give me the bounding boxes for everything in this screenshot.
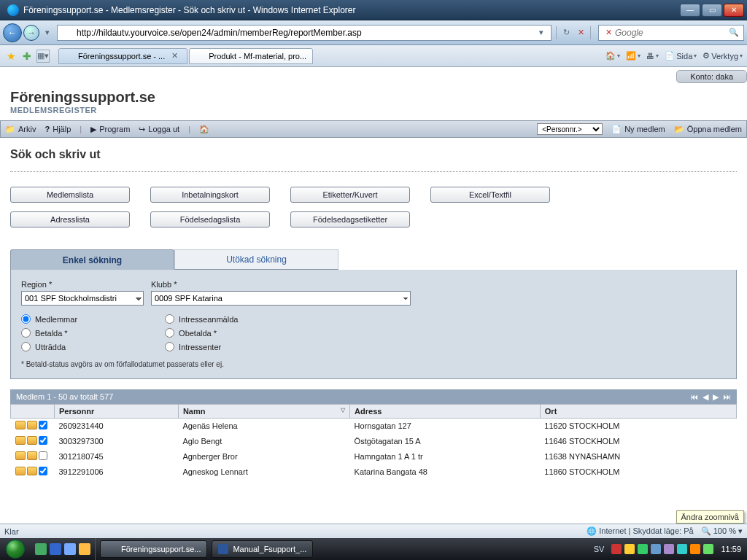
search-provider-icon[interactable]: ✕ <box>602 26 615 39</box>
browser-tab[interactable]: Produkt - Mf-material, pro... <box>189 48 313 64</box>
history-dropdown-icon[interactable]: ▾ <box>41 26 54 39</box>
region-select[interactable]: 001 SPF Stockholmsdistri <box>21 291 144 306</box>
page-last-icon[interactable]: ⏭ <box>723 392 731 402</box>
search-field-select[interactable]: <Personnr.> <box>537 123 603 135</box>
folder-icon[interactable] <box>27 436 37 445</box>
btn-medlemslista[interactable]: Medlemslista <box>10 187 130 203</box>
row-checkbox[interactable] <box>39 467 47 475</box>
btn-fodelsedagsetiketter[interactable]: Födelsedagsetiketter <box>290 211 410 228</box>
klubb-select[interactable]: 0009 SPF Katarina <box>151 291 411 306</box>
clock[interactable]: 11:59 <box>721 545 741 553</box>
address-dropdown-icon[interactable]: ▾ <box>535 26 548 39</box>
tab-close-icon[interactable]: ✕ <box>168 50 181 63</box>
tools-menu[interactable]: ⚙Verktyg▾ <box>703 51 743 61</box>
search-input[interactable] <box>615 28 727 38</box>
folder-icon[interactable] <box>15 436 26 445</box>
minimize-button[interactable]: — <box>680 4 700 17</box>
col-ort[interactable]: Ort <box>540 405 736 419</box>
add-favorite-icon[interactable]: ✚ <box>20 50 34 63</box>
search-box[interactable]: ✕ 🔍 <box>598 25 744 41</box>
forward-button[interactable]: → <box>23 25 39 41</box>
task-word[interactable]: Manual_Fsupport_... <box>212 540 313 558</box>
quick-tabs-icon[interactable]: ▦▾ <box>36 50 50 63</box>
print-button[interactable]: 🖶▾ <box>646 52 659 61</box>
refresh-button[interactable]: ↻ <box>560 26 573 39</box>
back-button[interactable]: ← <box>3 23 22 42</box>
cell-adress: Katarina Bangata 48 <box>350 464 541 480</box>
table-row[interactable]: 2609231440 Agenäs Helena Hornsgatan 127 … <box>11 419 737 434</box>
tray-icon[interactable] <box>703 544 713 554</box>
results-table: Personnr Namn Adress Ort 2609231440 Agen… <box>10 404 737 480</box>
lang-indicator[interactable]: SV <box>594 545 605 553</box>
page-prev-icon[interactable]: ◀ <box>703 392 708 402</box>
address-bar[interactable]: ▾ <box>57 25 551 41</box>
row-checkbox[interactable] <box>39 436 47 445</box>
window-titlebar: Föreningssupport.se - Medlemsregister - … <box>0 0 747 20</box>
menu-open-member[interactable]: 📂 Öppna medlem <box>674 125 742 134</box>
home-button[interactable]: 🏠▾ <box>605 51 620 61</box>
tray-icon[interactable] <box>690 544 700 554</box>
page-icon <box>61 27 72 39</box>
radio-betalda[interactable]: Betalda * <box>21 328 77 338</box>
page-menu[interactable]: 📄Sida▾ <box>665 51 697 61</box>
folder-icon[interactable] <box>15 421 26 429</box>
radio-medlemmar[interactable]: Medlemmar <box>21 314 77 324</box>
col-namn[interactable]: Namn <box>178 405 349 419</box>
tray-icon[interactable] <box>611 544 622 554</box>
menu-new-member[interactable]: 📄 Ny medlem <box>611 125 665 134</box>
maximize-button[interactable]: ▭ <box>702 4 722 17</box>
col-adress[interactable]: Adress <box>350 405 541 419</box>
row-checkbox[interactable] <box>39 421 47 429</box>
folder-icon[interactable] <box>27 467 37 475</box>
radio-intressenter[interactable]: Intressenter <box>165 342 238 351</box>
feeds-button[interactable]: 📶▾ <box>626 51 640 61</box>
page-first-icon[interactable]: ⏮ <box>690 392 698 402</box>
ql-icon[interactable] <box>79 543 90 555</box>
ql-icon[interactable] <box>35 543 47 555</box>
tab-enkel-sokning[interactable]: Enkel sökning <box>10 249 174 270</box>
zoom-level[interactable]: 🔍 100 % ▾ <box>701 526 743 536</box>
menu-arkiv[interactable]: 📁 Arkiv <box>5 125 36 134</box>
brand-subtitle: MEDLEMSREGISTER <box>10 106 737 114</box>
tray-icon[interactable] <box>664 544 674 554</box>
search-button-icon[interactable]: 🔍 <box>727 26 740 39</box>
menu-help[interactable]: ? Hjälp <box>44 125 71 133</box>
browser-tab-active[interactable]: Föreningssupport.se - ... ✕ <box>58 48 187 64</box>
btn-inbetalningskort[interactable]: Inbetalningskort <box>150 187 270 203</box>
address-input[interactable] <box>75 26 532 39</box>
tray-icon[interactable] <box>651 544 661 554</box>
cell-ort: 11620 STOCKHOLM <box>540 419 736 434</box>
btn-excel[interactable]: Excel/Textfil <box>430 187 550 203</box>
folder-icon[interactable] <box>27 451 37 460</box>
stop-button[interactable]: ✕ <box>574 26 587 39</box>
tray-icon[interactable] <box>624 544 635 554</box>
table-row[interactable]: 3912291006 Agneskog Lennart Katarina Ban… <box>11 464 737 480</box>
row-checkbox[interactable] <box>39 451 47 460</box>
close-button[interactable]: ✕ <box>724 4 744 17</box>
table-row[interactable]: 3012180745 Agnberger Bror Hamngatan 1 A … <box>11 449 737 464</box>
folder-icon[interactable] <box>15 451 26 460</box>
col-personnr[interactable]: Personnr <box>55 405 179 419</box>
page-scroll[interactable]: Konto: daka Föreningssupport.se MEDLEMSR… <box>0 67 747 548</box>
ql-icon[interactable] <box>64 543 76 555</box>
tab-utokad-sokning[interactable]: Utökad sökning <box>174 249 338 270</box>
table-row[interactable]: 3003297300 Aglo Bengt Östgötagatan 15 A … <box>11 434 737 449</box>
menu-program[interactable]: ▶ Program <box>90 125 130 134</box>
folder-icon[interactable] <box>15 467 26 475</box>
radio-obetalda[interactable]: Obetalda * <box>165 328 238 338</box>
btn-etiketter[interactable]: Etiketter/Kuvert <box>290 187 410 203</box>
start-button[interactable] <box>1 539 29 559</box>
radio-uttradda[interactable]: Utträdda <box>21 342 77 351</box>
radio-intresseanmalda[interactable]: Intresseanmälda <box>165 314 238 324</box>
menu-home-icon[interactable]: 🏠 <box>199 125 209 134</box>
btn-fodelsedagslista[interactable]: Födelsedagslista <box>150 211 270 228</box>
ql-icon[interactable] <box>50 543 61 555</box>
favorites-star-icon[interactable]: ★ <box>4 50 18 63</box>
btn-adresslista[interactable]: Adresslista <box>10 211 130 228</box>
page-next-icon[interactable]: ▶ <box>713 392 719 402</box>
task-ie[interactable]: Föreningssupport.se... <box>100 540 207 558</box>
folder-icon[interactable] <box>27 421 37 429</box>
menu-logout[interactable]: ↪ Logga ut <box>139 125 179 134</box>
tray-icon[interactable] <box>677 544 687 554</box>
tray-icon[interactable] <box>638 544 648 554</box>
